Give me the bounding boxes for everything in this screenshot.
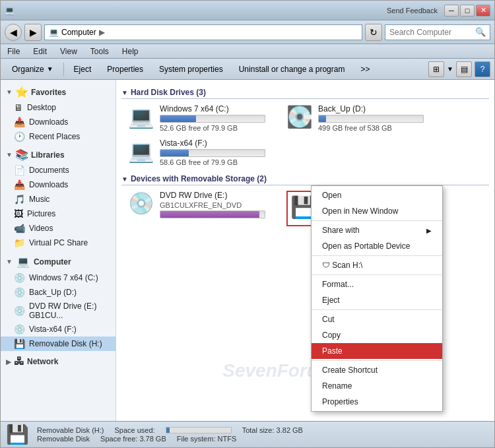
context-menu-rename[interactable]: Rename [312,378,442,394]
sidebar-item-pictures[interactable]: 🖼 Pictures [1,207,116,221]
context-menu-create-shortcut[interactable]: Create Shortcut [312,362,442,378]
c-drive-name: Windows 7 x64 (C:) [160,104,280,113]
search-input[interactable] [389,28,475,37]
virtual-pc-icon: 📁 [14,238,25,248]
menu-edit[interactable]: Edit [30,46,50,57]
c-drive-bar-fill [160,115,196,122]
f-drive-info: Vista-x64 (F:) 58.6 GB free of 79.9 GB [160,139,280,166]
address-path: Computer [61,28,96,37]
context-menu-copy[interactable]: Copy [312,327,442,343]
favorites-label: Favorites [31,88,66,97]
title-bar-right: Send Feedback ─ □ ✕ [387,5,490,16]
address-box[interactable]: 💻 Computer ▶ [44,24,362,40]
close-button[interactable]: ✕ [476,5,490,16]
f-drive-free: 58.6 GB free of 79.9 GB [160,158,280,166]
preview-pane-button[interactable]: ▤ [456,61,472,77]
c-drive-item[interactable]: 💻 Windows 7 x64 (C:) 52.6 GB free of 79.… [128,104,280,132]
context-menu-paste[interactable]: Paste [312,343,442,359]
dvd-drive-name: DVD RW Drive (E:) [160,191,280,200]
sidebar-item-videos[interactable]: 📹 Videos [1,221,116,236]
sidebar-item-h-drive[interactable]: 💾 Removable Disk (H:) [1,336,116,351]
window: 💻 Send Feedback ─ □ ✕ ◀ ▶ 💻 Computer ▶ ↻… [0,0,495,448]
forward-button[interactable]: ▶ [24,24,42,41]
f-drive-item[interactable]: 💻 Vista-x64 (F:) 58.6 GB free of 79.9 GB [128,139,280,166]
menu-tools[interactable]: Tools [88,46,112,57]
context-menu-cut[interactable]: Cut [312,311,442,327]
back-button[interactable]: ◀ [5,24,22,41]
dvd-drive-bar-fill [160,211,259,218]
favorites-section: ▼ ⭐ Favorites 🖥 Desktop 📥 Downloads 🕐 Re… [1,84,116,144]
d-drive-icon: 💿 [14,287,25,298]
libraries-triangle-icon: ▼ [6,151,13,158]
send-feedback-link[interactable]: Send Feedback [387,7,438,15]
view-dropdown-icon[interactable]: ▼ [447,65,453,73]
system-properties-button[interactable]: System properties [152,61,230,77]
context-menu-open[interactable]: Open [312,187,442,203]
context-menu-sep-4 [312,309,442,310]
sidebar-item-music[interactable]: 🎵 Music [1,192,116,207]
d-drive-item[interactable]: 💽 Back_Up (D:) 499 GB free of 538 GB [286,104,438,132]
context-menu-open-portable[interactable]: Open as Portable Device [312,238,442,254]
libraries-header[interactable]: ▼ 📚 Libraries [1,146,116,163]
uninstall-button[interactable]: Uninstall or change a program [232,61,352,77]
d-drive-bar-fill [319,115,326,122]
sidebar-item-f-drive[interactable]: 💿 Vista-x64 (F:) [1,322,116,336]
content-area: ▼ Hard Disk Drives (3) 💻 Windows 7 x64 (… [116,80,494,421]
context-menu-scan[interactable]: 🛡 Scan H:\ [312,257,442,273]
help-button[interactable]: ? [475,61,490,77]
favorites-triangle-icon: ▼ [6,88,13,96]
sidebar-item-documents[interactable]: 📄 Documents [1,163,116,177]
context-menu: Open Open in New Window Share with ▶ Ope… [311,185,443,412]
context-menu-share-with[interactable]: Share with ▶ [312,222,442,238]
f-drive-bar-bg [160,149,265,157]
more-button[interactable]: >> [353,61,377,77]
downloads-icon: 📥 [14,117,25,127]
minimize-button[interactable]: ─ [444,5,459,16]
sidebar-item-desktop[interactable]: 🖥 Desktop [1,100,116,115]
context-menu-open-new-window[interactable]: Open in New Window [312,203,442,219]
sidebar-item-downloads-lib[interactable]: 📥 Downloads [1,177,116,192]
context-menu-properties[interactable]: Properties [312,394,442,410]
address-folder-icon: 💻 [49,28,59,37]
c-drive-disk-icon: 💻 [128,104,154,129]
computer-label: Computer [34,257,71,267]
dvd-drive-item[interactable]: 💿 DVD RW Drive (E:) GB1CULXFRE_EN_DVD [128,191,280,226]
status-info: Removable Disk (H:) Space used: Total si… [37,426,489,443]
status-file-system: File system: NTFS [177,435,236,443]
eject-button[interactable]: Eject [67,61,99,77]
f-drive-disk-icon: 💻 [128,139,154,164]
c-drive-info: Windows 7 x64 (C:) 52.6 GB free of 79.9 … [160,104,280,132]
menu-help[interactable]: Help [119,46,141,57]
menu-view[interactable]: View [57,46,80,57]
status-line-1: Removable Disk (H:) Space used: Total si… [37,426,489,434]
status-space-used-label: Space used: [114,426,154,434]
libraries-label: Libraries [31,150,65,160]
toolbar: Organize ▼ Eject Properties System prope… [1,59,494,80]
organize-dropdown-icon: ▼ [47,65,53,73]
context-menu-format[interactable]: Format... [312,276,442,292]
status-space-used-fill [166,428,170,433]
maximize-button[interactable]: □ [460,5,475,16]
sidebar-item-recent-places[interactable]: 🕐 Recent Places [1,129,116,144]
sidebar-item-e-drive[interactable]: 💿 DVD RW Drive (E:) GB1CU... [1,300,116,322]
sidebar-item-virtual-pc[interactable]: 📁 Virtual PC Share [1,236,116,250]
sidebar-item-c-drive[interactable]: 💿 Windows 7 x64 (C:) [1,271,116,285]
menu-file[interactable]: File [5,46,22,57]
f-drive-name: Vista-x64 (F:) [160,139,280,148]
search-box[interactable]: 🔍 [385,24,490,40]
refresh-button[interactable]: ↻ [365,24,382,41]
context-menu-eject[interactable]: Eject [312,292,442,308]
favorites-header[interactable]: ▼ ⭐ Favorites [1,84,116,100]
hard-drives-arrow-icon: ▼ [121,89,128,96]
sidebar-item-downloads[interactable]: 📥 Downloads [1,115,116,129]
computer-header[interactable]: ▼ 💻 Computer [1,253,116,271]
network-icon: 🖧 [14,356,24,368]
properties-button[interactable]: Properties [100,61,150,77]
sidebar-item-d-drive[interactable]: 💿 Back_Up (D:) [1,285,116,300]
menu-bar: File Edit View Tools Help [1,44,494,59]
view-toggle-button[interactable]: ⊞ [428,61,444,77]
organize-button[interactable]: Organize ▼ [5,61,61,77]
favorites-star-icon: ⭐ [15,86,28,98]
status-drive-label: Removable Disk (H:) [37,426,104,434]
network-header[interactable]: ▶ 🖧 Network [1,354,116,369]
